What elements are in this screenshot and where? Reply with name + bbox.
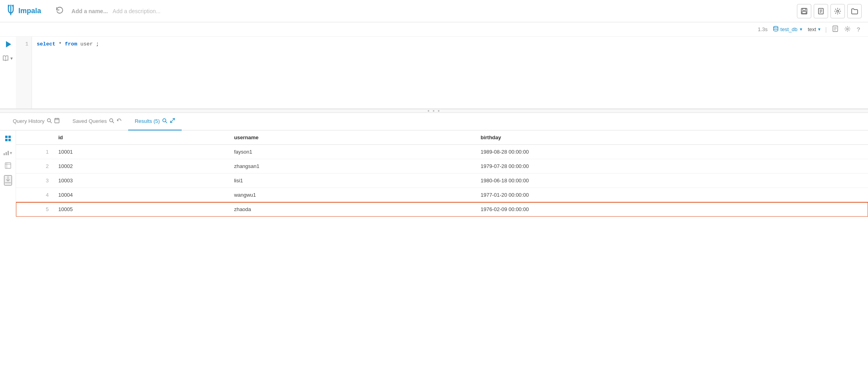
svg-line-17 xyxy=(50,121,52,123)
tab-saved-queries-label: Saved Queries xyxy=(72,118,107,124)
svg-rect-32 xyxy=(4,153,5,155)
th-rownum xyxy=(32,130,52,145)
td-id: 10003 xyxy=(52,174,228,188)
th-id: id xyxy=(52,130,228,145)
new-doc-button[interactable] xyxy=(814,4,828,18)
refresh-icon-sq[interactable] xyxy=(117,118,122,124)
svg-rect-35 xyxy=(5,163,11,168)
grid-view-button[interactable] xyxy=(5,135,11,143)
chart-chevron-icon: ▼ xyxy=(9,151,13,155)
format-label: text xyxy=(808,26,816,32)
table-row: 310003lisi11980-06-18 00:00:00 xyxy=(16,174,868,188)
svg-marker-14 xyxy=(6,41,11,47)
logo-area: Impala xyxy=(6,4,41,18)
td-birthday: 1979-07-28 00:00:00 xyxy=(474,159,868,174)
database-chevron-icon: ▼ xyxy=(799,27,803,32)
td-rownum: 5 xyxy=(32,202,52,217)
svg-rect-30 xyxy=(5,139,8,141)
td-rownum: 2 xyxy=(32,159,52,174)
editor-section: 1.3s test_db ▼ text ▼ | xyxy=(0,22,868,109)
editor-toolbar: 1.3s test_db ▼ text ▼ | xyxy=(0,22,868,37)
expand-icon-res[interactable] xyxy=(170,118,175,124)
save-button[interactable] xyxy=(797,4,811,18)
tab-results-label: Results (5) xyxy=(135,118,160,124)
doc-icon[interactable] xyxy=(831,25,840,34)
download-button[interactable] xyxy=(4,175,12,186)
results-table: id username birthday 110001fayson11989-0… xyxy=(16,130,868,217)
sql-table: user xyxy=(80,41,93,47)
timing-badge: 1.3s xyxy=(758,26,768,32)
format-chevron-icon: ▼ xyxy=(817,27,821,32)
svg-rect-18 xyxy=(55,118,59,123)
td-rownum: 1 xyxy=(32,145,52,159)
td-spacer xyxy=(16,174,32,188)
td-username: wangwu1 xyxy=(228,188,474,202)
td-rownum: 4 xyxy=(32,188,52,202)
toolbar-actions xyxy=(797,4,862,18)
format-selector[interactable]: text ▼ xyxy=(808,26,821,32)
search-icon-sq[interactable] xyxy=(109,118,114,124)
undo-button[interactable] xyxy=(52,4,67,18)
resize-handle[interactable]: • • • xyxy=(0,109,868,113)
calendar-icon-qh[interactable] xyxy=(54,118,59,124)
svg-line-25 xyxy=(166,121,167,123)
td-id: 10001 xyxy=(52,145,228,159)
sql-from: from xyxy=(65,41,77,47)
editor-body: ▼ 1 select * from user ; xyxy=(0,37,868,109)
table-row: 410004wangwu11977-01-20 00:00:00 xyxy=(16,188,868,202)
impala-logo-icon xyxy=(6,4,15,18)
svg-rect-2 xyxy=(802,12,806,14)
editor-content[interactable]: select * from user ; xyxy=(32,37,868,109)
svg-line-23 xyxy=(113,121,114,123)
td-id: 10002 xyxy=(52,159,228,174)
tab-query-history-label: Query History xyxy=(13,118,44,124)
table-row: 110001fayson11989-08-28 00:00:00 xyxy=(16,145,868,159)
table-view-button[interactable] xyxy=(5,162,11,169)
editor-gutter: 1 xyxy=(16,37,32,109)
table-header-row: id username birthday xyxy=(16,130,868,145)
tab-saved-queries[interactable]: Saved Queries xyxy=(66,113,128,130)
query-desc-input[interactable]: Add a description... xyxy=(113,8,161,14)
database-name: test_db xyxy=(781,26,798,32)
svg-rect-34 xyxy=(8,151,9,155)
tab-query-history[interactable]: Query History xyxy=(6,113,66,130)
td-spacer xyxy=(16,188,32,202)
tab-results[interactable]: Results (5) xyxy=(128,113,182,130)
query-name-input[interactable]: Add a name... xyxy=(71,8,108,14)
run-button[interactable] xyxy=(4,40,12,50)
folder-button[interactable] xyxy=(847,4,862,18)
search-icon-res[interactable] xyxy=(162,118,167,124)
td-spacer xyxy=(16,145,32,159)
td-spacer xyxy=(16,159,32,174)
results-area: ▼ xyxy=(0,130,868,217)
chart-button-group[interactable]: ▼ xyxy=(3,150,13,156)
td-username: zhangsan1 xyxy=(228,159,474,174)
book-chevron-icon: ▼ xyxy=(10,56,14,61)
table-row: 510005zhaoda1976-02-09 00:00:00 xyxy=(16,202,868,217)
td-birthday: 1989-08-28 00:00:00 xyxy=(474,145,868,159)
svg-rect-31 xyxy=(8,139,11,141)
td-birthday: 1976-02-09 00:00:00 xyxy=(474,202,868,217)
database-icon xyxy=(773,26,779,33)
td-id: 10004 xyxy=(52,188,228,202)
results-table-container: id username birthday 110001fayson11989-0… xyxy=(16,130,868,217)
editor-left-actions: ▼ xyxy=(0,37,16,109)
th-spacer xyxy=(16,130,32,145)
help-icon[interactable]: ? xyxy=(855,25,862,34)
svg-point-7 xyxy=(837,10,839,12)
td-id: 10005 xyxy=(52,202,228,217)
sql-select: select xyxy=(37,41,55,47)
top-bar: Impala Add a name... Add a description..… xyxy=(0,0,868,22)
search-icon-qh[interactable] xyxy=(47,118,52,124)
svg-point-13 xyxy=(846,28,848,30)
results-left-icons: ▼ xyxy=(0,130,16,217)
settings-button[interactable] xyxy=(830,4,845,18)
td-birthday: 1980-06-18 00:00:00 xyxy=(474,174,868,188)
chart-button[interactable] xyxy=(3,150,9,156)
gear-icon[interactable] xyxy=(843,25,852,34)
database-selector[interactable]: test_db ▼ xyxy=(773,26,803,33)
td-rownum: 3 xyxy=(32,174,52,188)
book-button[interactable]: ▼ xyxy=(2,55,14,61)
td-username: lisi1 xyxy=(228,174,474,188)
td-username: fayson1 xyxy=(228,145,474,159)
